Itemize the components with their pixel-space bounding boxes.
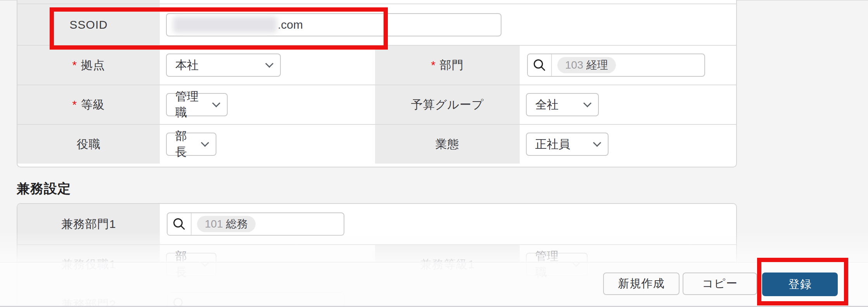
base-select-value: 本社: [175, 57, 199, 73]
employment-type-label: 業態: [375, 125, 520, 164]
ssoid-label: SSOID: [17, 4, 160, 45]
new-button-label: 新規作成: [618, 276, 665, 291]
ssoid-input[interactable]: .com: [166, 13, 501, 36]
row-label-cell: [17, 0, 160, 3]
copy-button-label: コピー: [702, 276, 737, 291]
position-select-value: 部長: [175, 128, 195, 160]
concurrent-department1-label-text: 兼務部門1: [61, 216, 116, 232]
selected-department-chip: 103 経理: [557, 57, 616, 73]
submit-button-label: 登録: [788, 277, 812, 292]
chevron-down-icon: [212, 99, 220, 107]
department-code: 103: [565, 59, 583, 71]
grade-select-value: 管理職: [175, 89, 206, 121]
table-row-partial: [17, 0, 736, 3]
position-select[interactable]: 部長: [166, 133, 216, 156]
grade-select[interactable]: 管理職: [166, 93, 228, 116]
chevron-down-icon: [265, 59, 273, 67]
table-row-position-employment: 役職 部長 業態 正社員: [17, 124, 736, 164]
grade-label: * 等級: [17, 85, 160, 124]
ssoid-value-redacted: [173, 17, 277, 33]
position-label: 役職: [17, 125, 160, 164]
department-label: * 部門: [375, 46, 520, 85]
concurrent-department1-search-input[interactable]: 101 総務: [167, 212, 344, 236]
budget-group-select[interactable]: 全社: [526, 93, 599, 116]
required-asterisk: *: [431, 59, 436, 72]
budget-group-label: 予算グループ: [375, 85, 520, 124]
new-button[interactable]: 新規作成: [603, 273, 680, 295]
chevron-down-icon: [201, 138, 209, 147]
employee-edit-form-page: SSOID .com * 拠点 本社 * 部門: [0, 0, 868, 307]
concurrent-settings-heading: 兼務設定: [17, 180, 71, 198]
concurrent-department1-name: 総務: [226, 217, 248, 231]
employment-type-select-value: 正社員: [535, 136, 570, 152]
chevron-down-icon: [593, 138, 601, 147]
concurrent-department1-label: 兼務部門1: [17, 204, 160, 244]
table-row-concurrent-department1: 兼務部門1 101 総務: [17, 204, 736, 244]
grade-label-text: 等級: [81, 97, 105, 113]
employment-type-label-text: 業態: [436, 136, 460, 152]
search-icon: [533, 58, 546, 72]
required-asterisk: *: [72, 98, 77, 111]
copy-button[interactable]: コピー: [683, 273, 757, 295]
position-label-text: 役職: [77, 136, 101, 152]
department-name: 経理: [586, 58, 608, 72]
department-search-button[interactable]: [528, 54, 552, 76]
employee-basic-info-table: SSOID .com * 拠点 本社 * 部門: [17, 0, 737, 167]
action-footer-bar: 新規作成 コピー 登録: [0, 262, 868, 307]
ssoid-value-suffix: .com: [278, 18, 303, 31]
ssoid-label-text: SSOID: [69, 18, 107, 31]
table-row-ssoid: SSOID .com: [17, 3, 736, 45]
department-label-text: 部門: [440, 57, 464, 73]
budget-group-select-value: 全社: [535, 97, 558, 113]
table-row-base-department: * 拠点 本社 * 部門 103: [17, 45, 736, 85]
search-icon: [172, 217, 186, 231]
base-label-text: 拠点: [81, 57, 105, 73]
submit-button[interactable]: 登録: [762, 273, 838, 296]
chevron-down-icon: [583, 99, 591, 107]
required-asterisk: *: [72, 59, 77, 72]
department-search-input[interactable]: 103 経理: [527, 53, 705, 77]
base-label: * 拠点: [17, 46, 160, 85]
base-select[interactable]: 本社: [166, 53, 281, 77]
budget-group-label-text: 予算グループ: [411, 97, 484, 113]
selected-concurrent-department1-chip: 101 総務: [197, 216, 256, 232]
concurrent-department1-code: 101: [205, 218, 223, 230]
table-row-grade-budget: * 等級 管理職 予算グループ 全社: [17, 85, 736, 124]
concurrent-department1-search-button[interactable]: [168, 213, 192, 235]
employment-type-select[interactable]: 正社員: [526, 133, 609, 156]
